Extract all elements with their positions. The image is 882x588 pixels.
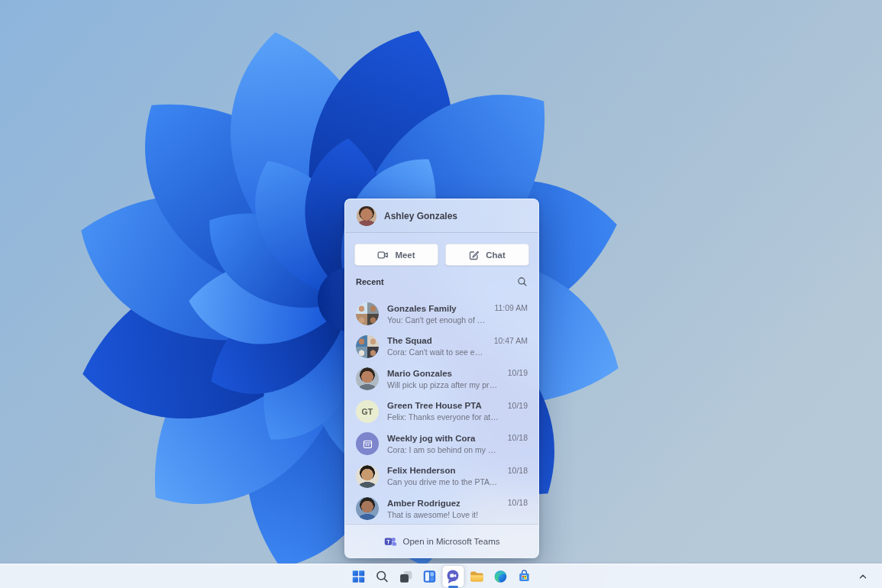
svg-text:T: T: [386, 538, 390, 544]
search-button[interactable]: [371, 566, 393, 587]
quick-actions: Meet Chat: [345, 233, 538, 266]
widgets-button[interactable]: [418, 566, 440, 587]
teams-chat-button[interactable]: [442, 566, 464, 587]
calendar-avatar: [356, 432, 379, 455]
windows-logo-icon: [351, 569, 366, 584]
conversation-time: 10/18: [508, 498, 528, 507]
search-icon: [374, 569, 389, 584]
conversation-row[interactable]: GT Green Tree House PTA Felix: Thanks ev…: [345, 396, 538, 428]
meet-button[interactable]: Meet: [354, 244, 438, 266]
widgets-icon: [422, 569, 437, 584]
conversation-message: Can you drive me to the PTA today?: [387, 477, 499, 486]
initials-avatar: GT: [356, 400, 379, 423]
group-avatar-collage: [356, 335, 379, 358]
conversation-row[interactable]: Gonzales Family You: Can't get enough of…: [345, 298, 538, 331]
calendar-icon: [362, 438, 373, 450]
taskbar: [0, 564, 882, 588]
open-in-teams-button[interactable]: T Open in Microsoft Teams: [345, 524, 538, 557]
tray-chevron-button[interactable]: [853, 567, 873, 586]
conversation-time: 10/18: [508, 433, 528, 442]
taskbar-center-icons: [347, 566, 535, 587]
user-name: Ashley Gonzales: [384, 211, 457, 221]
task-view-icon: [398, 569, 413, 584]
conversation-row[interactable]: Felix Henderson Can you drive me to the …: [345, 460, 538, 493]
group-avatar-collage: [356, 302, 379, 325]
conversation-list: Gonzales Family You: Can't get enough of…: [345, 298, 538, 525]
chat-button-label: Chat: [486, 250, 506, 260]
user-avatar[interactable]: [357, 206, 376, 226]
file-explorer-button[interactable]: [466, 566, 487, 587]
conversation-time: 10:47 AM: [494, 336, 528, 345]
recent-header-row: Recent: [345, 266, 538, 287]
conversation-time: 10/18: [508, 466, 528, 475]
microsoft-store-icon: [516, 569, 531, 584]
conversation-message: Felix: Thanks everyone for attending tod…: [387, 412, 499, 422]
teams-chat-icon: [445, 568, 461, 584]
photo-avatar: [356, 465, 379, 488]
store-button[interactable]: [513, 566, 535, 587]
edge-icon: [493, 569, 508, 584]
compose-icon: [469, 250, 480, 260]
conversation-name: Weekly jog with Cora: [387, 434, 499, 444]
conversation-message: You: Can't get enough of her.: [387, 315, 486, 325]
edge-button[interactable]: [489, 566, 511, 587]
conversation-time: 11:09 AM: [494, 303, 528, 312]
task-view-button[interactable]: [395, 566, 416, 587]
search-icon[interactable]: [517, 276, 528, 287]
conversation-row[interactable]: Amber Rodriguez That is awesome! Love it…: [345, 493, 538, 525]
conversation-name: Green Tree House PTA: [387, 401, 499, 411]
photo-avatar: [356, 367, 379, 390]
teams-logo-icon: T: [384, 535, 397, 548]
conversation-name: The Squad: [387, 336, 486, 346]
conversation-row[interactable]: Weekly jog with Cora Cora: I am so behin…: [345, 428, 538, 460]
recent-label: Recent: [356, 277, 384, 286]
conversation-name: Amber Rodriguez: [387, 499, 499, 509]
conversation-name: Gonzales Family: [387, 304, 486, 314]
chevron-up-icon: [858, 571, 868, 582]
photo-avatar: [356, 497, 379, 520]
active-app-indicator: [448, 586, 458, 588]
chat-button[interactable]: Chat: [445, 244, 529, 266]
conversation-time: 10/19: [508, 401, 528, 410]
conversation-message: That is awesome! Love it!: [387, 510, 499, 519]
conversation-name: Mario Gonzales: [387, 369, 499, 379]
teams-chat-flyout: Ashley Gonzales Meet Chat Recent: [344, 199, 539, 558]
conversation-row[interactable]: Mario Gonzales Will pick up pizza after …: [345, 363, 538, 396]
conversation-message: Will pick up pizza after my practice.: [387, 380, 499, 389]
desktop: Ashley Gonzales Meet Chat Recent: [0, 0, 882, 588]
conversation-name: Felix Henderson: [387, 466, 499, 476]
start-button[interactable]: [347, 566, 369, 587]
conversation-time: 10/19: [508, 368, 528, 377]
conversation-row[interactable]: The Squad Cora: Can't wait to see everyo…: [345, 331, 538, 363]
open-in-teams-label: Open in Microsoft Teams: [403, 537, 500, 546]
conversation-message: Cora: I am so behind on my step goals.: [387, 445, 499, 454]
conversation-message: Cora: Can't wait to see everyone!: [387, 347, 486, 357]
video-camera-icon: [377, 250, 389, 260]
folder-icon: [469, 568, 485, 584]
flyout-header[interactable]: Ashley Gonzales: [345, 199, 538, 232]
meet-button-label: Meet: [395, 250, 415, 260]
